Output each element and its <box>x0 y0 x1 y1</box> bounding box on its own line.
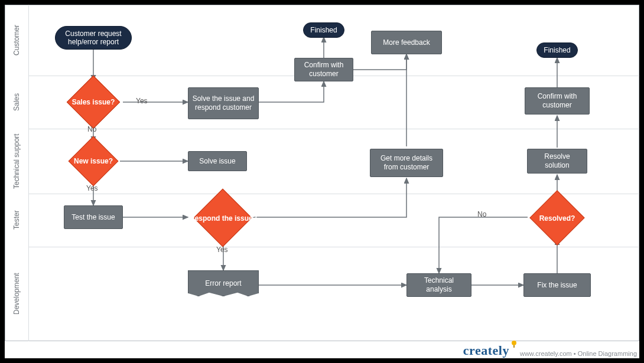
footer: creately www.creately.com • Online Diagr… <box>5 342 637 357</box>
start-terminator: Customer request help/error report <box>55 26 132 50</box>
lane-label-tech-support: Technical support <box>5 129 28 194</box>
diagram-page: Customer Sales Technical support Tester … <box>5 5 639 358</box>
process-get-more: Get more details from customer <box>370 149 443 177</box>
bulb-icon <box>512 341 516 345</box>
edge-label-no1: No <box>87 125 96 133</box>
process-fix-issue: Fix the issue <box>523 273 591 297</box>
lane-sep-4 <box>28 247 639 247</box>
lane-sep-3 <box>28 194 639 194</box>
lane-sep-2 <box>28 129 639 129</box>
terminator-finished2: Finished <box>536 42 578 58</box>
footer-tagline: www.creately.com • Online Diagramming <box>520 350 637 357</box>
edge-label-yes1: Yes <box>136 97 148 105</box>
process-technical-analysis: Technical analysis <box>406 273 471 297</box>
lane-label-tester: Tester <box>5 194 28 247</box>
lane-label-development: Development <box>5 247 28 341</box>
edge-label-yes2: Yes <box>86 184 98 192</box>
decision-sales-issue <box>67 76 121 129</box>
diagram-canvas: Customer Sales Technical support Tester … <box>5 5 639 341</box>
document-error-report: Error report <box>188 270 259 296</box>
process-resolve-solution: Resolve solution <box>527 149 587 174</box>
lane-label-sales: Sales <box>5 76 28 129</box>
process-more-feedback: More feedback <box>371 31 442 54</box>
edge-label-yes3: Yes <box>216 246 228 254</box>
brand-logo: creately <box>463 344 515 357</box>
decision-respond-issue <box>194 189 252 247</box>
process-test-issue: Test the issue <box>64 205 123 229</box>
decision-resolved <box>529 190 584 245</box>
edge-label-no2: No <box>477 210 486 218</box>
process-confirm1: Confirm with customer <box>294 58 353 81</box>
process-solve-issue: Solve issue <box>188 151 247 171</box>
terminator-finished1: Finished <box>303 22 344 38</box>
brand-text: creately <box>463 343 509 358</box>
decision-new-issue <box>69 136 119 187</box>
lane-header-separator <box>28 5 29 341</box>
process-confirm2: Confirm with customer <box>525 87 590 115</box>
lane-label-customer: Customer <box>5 5 28 76</box>
process-solve-respond: Solve the issue and respond customer <box>188 87 259 119</box>
